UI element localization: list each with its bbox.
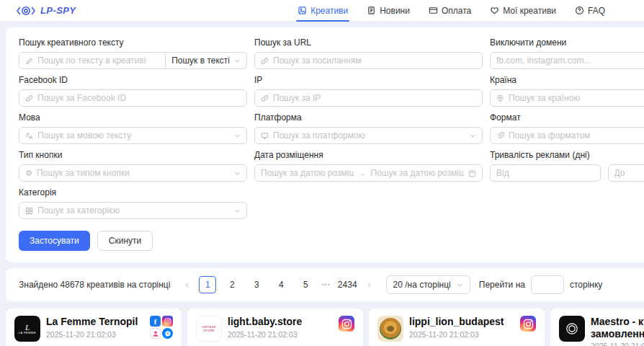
exclude-domains-input[interactable] [496, 56, 644, 66]
field-placement-date: Дата розміщення → [254, 150, 483, 182]
page-size-select[interactable]: 20 /на сторінці [386, 275, 470, 294]
nav-tab-payment[interactable]: Оплата [429, 0, 471, 22]
instagram-icon[interactable] [520, 316, 536, 332]
category-select[interactable] [19, 202, 247, 219]
creative-card[interactable]: Maestro - кухні, меблі на замовлення в У… [550, 309, 644, 346]
field-duration: Тривалість реклами (дні) [490, 150, 644, 182]
facebook-id-input-box [19, 89, 247, 107]
question-circle-icon [575, 6, 584, 15]
page-button-4[interactable]: 4 [272, 276, 290, 293]
chevron-down-icon [234, 133, 241, 139]
field-format: Формат [490, 112, 644, 144]
prev-page-button[interactable]: ‹ [180, 280, 193, 290]
main-nav: Креативи Новини Оплата Мої креативи [298, 0, 605, 22]
creative-text-input[interactable] [37, 56, 159, 66]
creative-text-input-box [19, 52, 166, 69]
duration-to-input[interactable] [614, 168, 644, 178]
nav-tab-label: Новини [380, 6, 410, 16]
nav-tab-news[interactable]: Новини [367, 0, 410, 22]
filter-panel: Пошук креативного тексту Пошук в тексті … [6, 27, 644, 262]
filter-grid: Пошук креативного тексту Пошук в тексті … [19, 37, 644, 219]
app-viewport: LP-SPY Креативи Новини Оплата [0, 0, 644, 346]
field-label: Дата розміщення [254, 150, 483, 160]
person-badge-icon[interactable] [150, 328, 161, 339]
reset-button[interactable]: Скинути [97, 231, 153, 251]
card-date: 2025-11-20 21:02:03 [228, 330, 302, 339]
chevron-down-icon [470, 133, 476, 139]
apply-button[interactable]: Застосувати [19, 231, 90, 251]
creative-card[interactable]: VINTAGE STORE light.baby.store 2025-11-2… [187, 309, 363, 346]
instagram-icon[interactable] [162, 316, 173, 327]
creative-card[interactable]: L LA FEMME La Femme Ternopil 2025-11-20 … [6, 309, 182, 346]
page-button-1[interactable]: 1 [199, 276, 216, 293]
button-type-select[interactable]: ⚙ [19, 164, 247, 182]
category-input[interactable] [37, 205, 230, 216]
exclude-domains-input-box [490, 52, 644, 69]
platform-icon [261, 132, 269, 140]
page-button-3[interactable]: 3 [248, 276, 265, 293]
ip-input[interactable] [273, 93, 476, 103]
top-header: LP-SPY Креативи Новини Оплата [0, 0, 644, 22]
creative-card[interactable]: lippi_lion_budapest 2025-11-20 21:02:03 … [369, 309, 545, 346]
heart-icon [490, 6, 499, 15]
duration-from-box [490, 164, 601, 182]
nav-tab-creatives[interactable]: Креативи [298, 0, 348, 22]
url-input-box [254, 52, 483, 69]
language-input[interactable] [37, 130, 230, 141]
location-pin-icon [496, 94, 504, 102]
nav-tab-faq[interactable]: FAQ [575, 0, 605, 22]
field-label: Тип кнопки [19, 150, 247, 160]
ip-input-box [254, 89, 483, 107]
nav-tab-label: Оплата [442, 6, 471, 16]
date-from-input[interactable] [261, 168, 354, 178]
format-input[interactable] [509, 130, 644, 141]
page-button-2[interactable]: 2 [223, 276, 241, 293]
field-ip: IP [254, 75, 483, 107]
emblem-icon [565, 321, 579, 336]
field-button-type: Тип кнопки ⚙ [19, 150, 247, 182]
card-date: 2025-11-20 21:02:03 [591, 342, 644, 346]
next-page-button[interactable]: › [363, 280, 376, 290]
duration-from-input[interactable] [496, 168, 594, 178]
instagram-icon[interactable] [339, 316, 354, 332]
card-title: La Femme Ternopil [46, 316, 138, 328]
chevron-down-icon [234, 170, 241, 177]
messenger-icon[interactable] [162, 328, 173, 339]
facebook-id-input[interactable] [37, 93, 241, 103]
placement-date-range[interactable]: → [254, 164, 483, 182]
url-input[interactable] [273, 56, 476, 66]
nav-tab-my-creatives[interactable]: Мої креативи [490, 0, 556, 22]
avatar [377, 316, 403, 342]
select-value: Пошук в тексті [171, 56, 230, 66]
button-type-input[interactable] [37, 168, 230, 178]
text-search-mode-select[interactable]: Пошук в тексті [166, 52, 247, 69]
field-facebook-id: Facebook ID [19, 75, 247, 107]
avatar-brand-text: STORE [203, 329, 214, 332]
page-button-5[interactable]: 5 [297, 276, 314, 293]
pages-ellipsis[interactable]: ••• [321, 281, 330, 288]
platform-select[interactable] [254, 127, 483, 144]
jump-prefix-label: Перейти на [479, 280, 525, 290]
avatar: L LA FEMME [14, 316, 40, 342]
link-icon [25, 94, 33, 102]
filter-buttons: Застосувати Скинути [19, 231, 644, 251]
calendar-icon [468, 169, 476, 177]
jump-suffix-label: сторінку [570, 280, 602, 290]
link-icon [261, 57, 269, 65]
language-select[interactable] [19, 127, 247, 144]
country-input[interactable] [509, 93, 644, 103]
field-label: Тривалість реклами (дні) [490, 150, 644, 160]
field-label: Формат [490, 112, 644, 123]
logo[interactable]: LP-SPY [16, 5, 76, 17]
field-label: Пошук за URL [254, 37, 483, 48]
page-button-last[interactable]: 2434 [338, 276, 357, 293]
avatar [559, 316, 585, 342]
card-title: light.baby.store [228, 316, 302, 328]
platform-input[interactable] [273, 130, 465, 141]
jump-page-input[interactable] [531, 275, 564, 294]
date-to-input[interactable] [371, 168, 465, 178]
nav-tab-label: Креативи [310, 6, 348, 16]
facebook-icon[interactable]: f [150, 316, 161, 327]
results-summary: Знайдено 48678 креативів на сторінці [19, 280, 170, 290]
field-label: Категорія [19, 187, 247, 198]
